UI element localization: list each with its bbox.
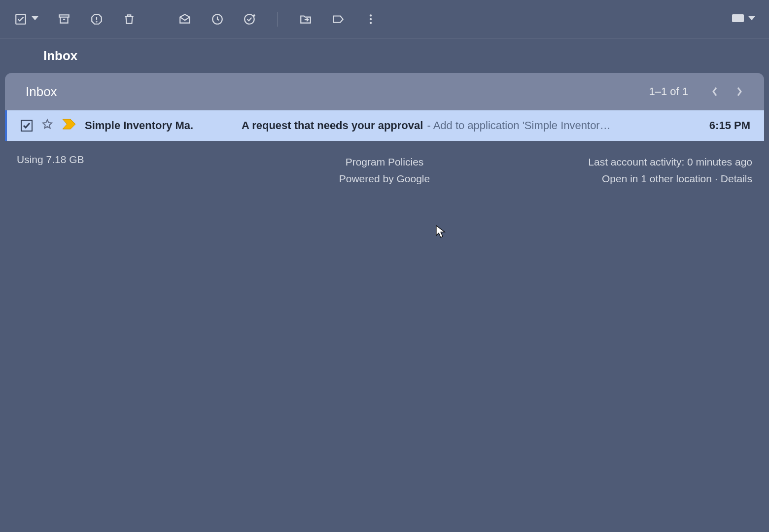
email-time: 6:15 PM xyxy=(709,119,750,132)
svg-point-8 xyxy=(370,14,372,16)
mark-unread-icon[interactable] xyxy=(178,12,192,26)
tab-inbox[interactable]: Inbox xyxy=(43,48,77,64)
category-tabs-bar: Inbox xyxy=(0,38,769,73)
email-row[interactable]: Simple Inventory Ma. A request that need… xyxy=(5,110,764,141)
report-spam-icon[interactable] xyxy=(90,12,104,26)
email-preview: - Add to application 'Simple Inventor… xyxy=(427,119,610,132)
svg-point-9 xyxy=(370,18,372,20)
open-elsewhere: Open in 1 other location xyxy=(602,173,712,184)
star-icon[interactable] xyxy=(41,118,53,133)
select-checkbox-icon xyxy=(14,12,28,26)
svg-point-3 xyxy=(96,21,97,22)
toolbar-separator xyxy=(157,12,157,27)
select-dropdown-caret-icon xyxy=(32,15,38,24)
input-tools-control[interactable] xyxy=(732,13,755,26)
pager-count: 1–1 of 1 xyxy=(649,85,688,98)
toolbar-separator xyxy=(278,12,278,27)
last-activity: Last account activity: 0 minutes ago xyxy=(588,156,752,167)
pager-next-button[interactable] xyxy=(730,82,749,101)
select-all-control[interactable] xyxy=(14,12,38,26)
list-section-title: Inbox xyxy=(26,84,57,100)
powered-by: Powered by Google xyxy=(339,173,430,184)
email-sender: Simple Inventory Ma. xyxy=(85,119,233,132)
svg-point-10 xyxy=(370,22,372,24)
keyboard-icon xyxy=(732,13,744,26)
move-to-icon[interactable] xyxy=(299,12,313,26)
mouse-cursor-icon xyxy=(436,225,446,239)
message-list: Inbox 1–1 of 1 Simple Inventory Ma. A re… xyxy=(5,73,764,141)
delete-icon[interactable] xyxy=(122,12,136,26)
more-actions-icon[interactable] xyxy=(364,12,378,26)
action-toolbar xyxy=(0,0,769,38)
message-list-header: Inbox 1–1 of 1 xyxy=(5,73,764,110)
important-marker-icon[interactable] xyxy=(62,119,76,133)
email-subject: A request that needs your approval xyxy=(242,119,423,132)
email-subject-line: A request that needs your approval - Add… xyxy=(242,119,691,132)
svg-rect-11 xyxy=(732,14,744,22)
svg-point-5 xyxy=(245,14,254,24)
program-policies-link[interactable]: Program Policies xyxy=(346,156,424,167)
row-checkbox[interactable] xyxy=(21,120,33,132)
toolbar-left-group xyxy=(14,12,378,27)
archive-icon[interactable] xyxy=(57,12,71,26)
footer: Using 7.18 GB Program Policies Powered b… xyxy=(0,154,769,187)
storage-usage: Using 7.18 GB xyxy=(17,154,84,187)
svg-rect-1 xyxy=(59,15,69,17)
pager-prev-button[interactable] xyxy=(705,82,725,101)
snooze-icon[interactable] xyxy=(210,12,224,26)
input-tools-caret-icon xyxy=(748,15,755,24)
details-link[interactable]: Details xyxy=(721,173,752,184)
add-to-tasks-icon[interactable] xyxy=(243,12,257,26)
labels-icon[interactable] xyxy=(331,12,345,26)
